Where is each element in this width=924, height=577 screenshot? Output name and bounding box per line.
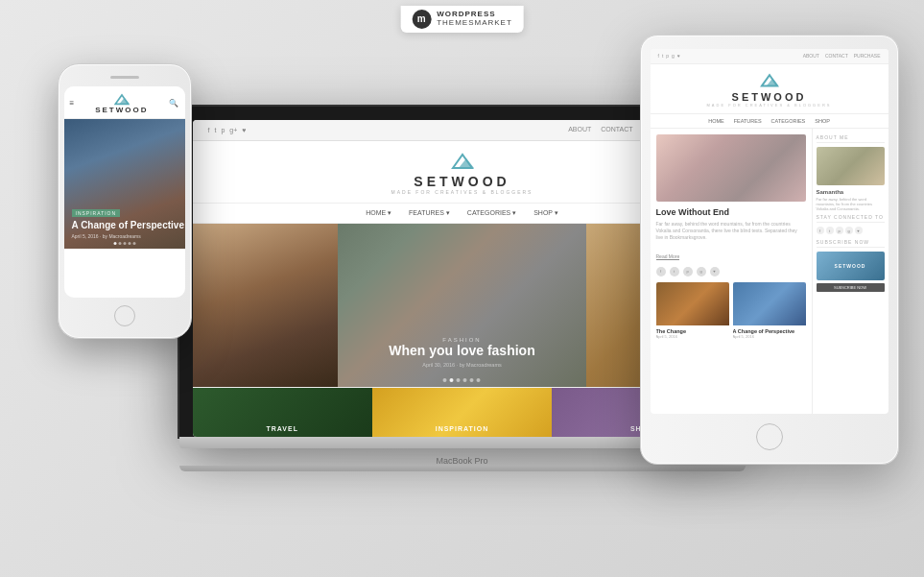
svg-marker-1	[459, 158, 474, 168]
iph-hero-meta: April 5, 2016 · by Macroadreams	[72, 233, 184, 239]
ipd-purchase-link[interactable]: PURCHASE	[854, 53, 881, 59]
ipd-sb-setwood-text: SETWOOD	[835, 263, 866, 269]
ipd-author-image	[817, 147, 885, 185]
iph-cat-badge: INSPIRATION	[72, 209, 121, 217]
ipad-home-button[interactable]	[756, 423, 783, 450]
ipd-header: SETWOOD MADE FOR CREATIVES & BLOGGERS	[651, 64, 888, 114]
mb-pin-icon: p	[221, 127, 225, 133]
mb-fb-icon: f	[208, 127, 210, 133]
iph-dot-1[interactable]	[113, 242, 116, 245]
mb-nav-categories[interactable]: CATEGORIES ▾	[467, 209, 516, 217]
mb-gp-icon: g+	[229, 127, 237, 133]
mb-cat-travel-label: TRAVEL	[193, 425, 372, 432]
ipd-sb-fb-icon[interactable]: f	[817, 227, 824, 234]
ipd-post-gp-icon[interactable]: g	[697, 267, 706, 276]
ipd-sidebar-social: f t p g ♥	[817, 227, 885, 234]
mb-dot-4[interactable]	[463, 378, 467, 382]
ipd-about-widget-title: ABOUT ME	[817, 134, 885, 143]
mb-dot-6[interactable]	[477, 378, 481, 382]
ipad-device: f t p g ♥ ABOUT CONTACT PURCHASE	[640, 35, 899, 465]
ipd-subscribe-title: SUBSCRIBE NOW	[817, 239, 885, 248]
ipd-bottom-grid: The Change April 5, 2016 A Change of Per…	[656, 282, 806, 339]
ipd-nav-features[interactable]: FEATURES	[734, 118, 762, 124]
mb-contact-link[interactable]: CONTACT	[601, 126, 632, 133]
ipad-screen: f t p g ♥ ABOUT CONTACT PURCHASE	[651, 49, 888, 414]
ipd-read-more[interactable]: Read More	[656, 253, 680, 260]
ipd-author-bio: Far far away, behind the word mountains,…	[817, 197, 885, 212]
mb-slider-dots	[443, 378, 481, 382]
mb-hero-title: When you love fashion	[338, 343, 586, 359]
mb-hero-left-image	[193, 224, 339, 387]
ipd-fb-icon: f	[658, 53, 659, 59]
mb-cat-travel[interactable]: TRAVEL	[193, 388, 372, 437]
iph-hero: INSPIRATION A Change of Perspective Apri…	[64, 119, 185, 249]
ipd-sb-tw-icon[interactable]: t	[826, 227, 834, 234]
ipd-grid-item-1: The Change April 5, 2016	[656, 282, 729, 339]
ipd-sb-pin-icon[interactable]: p	[836, 227, 843, 234]
mb-dot-1[interactable]	[443, 378, 447, 382]
ipd-social-icons: f t p g ♥	[658, 53, 680, 59]
ipd-sb-gp-icon[interactable]: g	[845, 227, 853, 234]
ipd-post-social: f t p g ♥	[656, 267, 806, 276]
mb-dot-2[interactable]	[450, 378, 454, 382]
ipd-top-bar: f t p g ♥ ABOUT CONTACT PURCHASE	[651, 49, 888, 64]
ipd-grid-mountain-img	[733, 282, 806, 325]
mb-social-icons: f t p g+ ♥	[208, 127, 247, 133]
svg-marker-3	[119, 97, 130, 104]
mb-nav-features[interactable]: FEATURES ▾	[409, 209, 450, 217]
ipd-post-pin-icon[interactable]: p	[683, 267, 693, 276]
iphone-screen: ≡ SETWOOD 🔍 INSPIRATION A Change o	[64, 86, 185, 298]
ipd-subscribe-button[interactable]: SUBSCRIBE NOW	[817, 283, 885, 292]
ipd-sb-setwood-thumb: SETWOOD	[817, 252, 885, 280]
ipd-post-heart-icon[interactable]: ♥	[710, 267, 720, 276]
wp-text: WORDPRESS THEMESMARKET	[437, 11, 512, 28]
iph-dots	[113, 242, 135, 245]
ipd-grid-owl-img	[656, 282, 729, 325]
ipd-post-body: Far far away, behind the word mountains,…	[656, 221, 806, 241]
mb-nav-shop[interactable]: SHOP ▾	[533, 209, 558, 217]
ipd-pin-icon: p	[666, 53, 669, 59]
iphone-device: ≡ SETWOOD 🔍 INSPIRATION A Change o	[58, 63, 192, 339]
ipd-nav-categories[interactable]: CATEGORIES	[771, 118, 806, 124]
iph-dot-5[interactable]	[132, 242, 135, 245]
ipd-grid-item-2: A Change of Perspective April 5, 2016	[733, 282, 806, 339]
mb-dot-5[interactable]	[470, 378, 474, 382]
iphone-home-button[interactable]	[114, 305, 135, 326]
ipd-post-tw-icon[interactable]: t	[670, 267, 679, 276]
ipd-nav-home[interactable]: HOME	[708, 118, 724, 124]
iph-menu-icon[interactable]: ≡	[70, 99, 75, 108]
iph-search-icon[interactable]: 🔍	[169, 99, 178, 108]
mb-tw-icon: t	[214, 127, 216, 133]
iph-hero-overlay: INSPIRATION A Change of Perspective Apri…	[72, 202, 184, 239]
ipd-nav-shop[interactable]: SHOP	[815, 118, 830, 124]
wp-logo-icon: m	[412, 10, 431, 29]
mb-dot-3[interactable]	[457, 378, 461, 382]
ipd-sidebar: ABOUT ME Samantha Far far away, behind t…	[812, 129, 888, 414]
ipd-sb-heart-icon[interactable]: ♥	[855, 227, 863, 234]
ipd-featured-image	[656, 134, 806, 202]
ipd-about-link[interactable]: ABOUT	[803, 53, 819, 59]
ipd-content: Love Without End Far far away, behind th…	[651, 129, 812, 414]
iph-dot-3[interactable]	[123, 242, 126, 245]
ipd-author-name: Samantha	[817, 189, 885, 195]
ipd-main: Love Without End Far far away, behind th…	[651, 129, 888, 414]
mb-cat-inspiration[interactable]: INSPIRATION	[372, 388, 552, 437]
iph-dot-4[interactable]	[128, 242, 130, 245]
iphone-body: ≡ SETWOOD 🔍 INSPIRATION A Change o	[58, 63, 192, 339]
mb-hero-left-panel	[193, 224, 339, 387]
ipd-logo-text: SETWOOD	[651, 91, 888, 103]
ipd-contact-link[interactable]: CONTACT	[825, 53, 848, 59]
ipd-heart-icon: ♥	[677, 53, 680, 59]
ipd-top-nav: ABOUT CONTACT PURCHASE	[803, 53, 881, 59]
mb-nav-home[interactable]: HOME ▾	[366, 209, 391, 217]
iphone-speaker	[110, 76, 139, 79]
scene: m WORDPRESS THEMESMARKET f t p g+ ♥	[2, 6, 923, 572]
iph-dot-2[interactable]	[118, 242, 121, 245]
ipd-gp-icon: g	[672, 53, 675, 59]
mb-about-link[interactable]: ABOUT	[568, 126, 591, 133]
ipd-post-fb-icon[interactable]: f	[656, 267, 666, 276]
ipd-tagline: MADE FOR CREATIVES & BLOGGERS	[651, 103, 888, 108]
ipd-social-connect-title: STAY CONNECTED TO	[817, 214, 885, 223]
iph-logo-svg	[110, 92, 133, 106]
mb-hero-meta: April 30, 2016 · by Macroadreams	[338, 362, 586, 368]
